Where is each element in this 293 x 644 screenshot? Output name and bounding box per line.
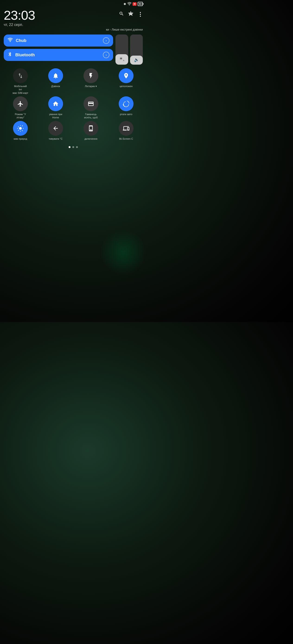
control-item-autorotate[interactable]: ртати авто xyxy=(109,96,143,119)
page-dot-1[interactable] xyxy=(69,146,71,148)
brightness-fill: ☀A xyxy=(115,54,128,65)
nature-circle xyxy=(13,121,28,136)
bluetooth-tile[interactable]: Bluetooth › xyxy=(4,49,113,61)
time-display: 23:03 xyxy=(4,9,35,22)
control-item-mobile-data[interactable]: Мобільний Інт має SIM-карт xyxy=(4,68,37,94)
control-item-airplane[interactable]: Режим "У літаку" xyxy=(4,96,37,119)
bluetooth-status-icon: ✱ xyxy=(124,2,126,6)
page-dots xyxy=(0,142,147,152)
bell-label: Дзвінок xyxy=(51,84,60,88)
time-block: 23:03 чт, 22 серп. xyxy=(4,9,35,27)
home-circle xyxy=(48,96,63,111)
control-item-flashlight[interactable]: Ліхтарик ▾ xyxy=(74,68,108,94)
quick-toggles-area: Chub › Bluetooth › ☀A 🔈 xyxy=(0,33,147,66)
deactivate-label: тивувати "С xyxy=(49,137,63,140)
background-glow xyxy=(100,229,147,276)
multiscreen-circle xyxy=(119,121,134,136)
volume-slider[interactable]: 🔈 xyxy=(130,34,143,65)
autorotate-label: ртати авто xyxy=(120,112,132,116)
sliders-area: ☀A 🔈 xyxy=(115,34,143,65)
bluetooth-chevron[interactable]: › xyxy=(103,52,109,58)
x-status-icon: ✕ xyxy=(133,2,137,6)
airplane-label: Режим "У літаку" xyxy=(15,112,26,119)
battery-indicator: 93 xyxy=(138,2,143,6)
header-actions: ⋮ xyxy=(119,9,143,18)
mobile-data-circle xyxy=(13,68,28,83)
disconnect-circle xyxy=(84,121,98,136)
page-dot-2[interactable] xyxy=(72,146,74,148)
multiscreen-label: Ilti-Screen С xyxy=(119,137,133,140)
flashlight-label: Ліхтарик ▾ xyxy=(85,84,97,88)
wifi-label: Chub xyxy=(16,38,100,43)
control-item-disconnect[interactable]: дключення xyxy=(74,121,108,140)
status-bar: ✱ ✕ 93 xyxy=(0,0,147,7)
mobile-data-label: Мобільний Інт має SIM-карт xyxy=(12,84,29,94)
wifi-chevron[interactable]: › xyxy=(103,37,109,44)
control-item-nature[interactable]: ким природ xyxy=(4,121,37,140)
wallet-label: Гаманець исніть, щоб xyxy=(84,112,98,119)
airplane-circle xyxy=(13,96,28,111)
status-icons: ✱ ✕ 93 xyxy=(124,2,143,6)
wifi-icon xyxy=(8,38,13,44)
search-icon[interactable] xyxy=(119,11,124,18)
brightness-icon: ☀A xyxy=(119,56,124,62)
wallet-circle xyxy=(84,96,98,111)
emergency-text: ки - Лише екстрені дзвінки xyxy=(0,28,147,33)
battery-level: 93 xyxy=(139,2,142,5)
settings-icon[interactable] xyxy=(128,11,133,18)
svg-rect-3 xyxy=(90,130,92,130)
control-item-home[interactable]: ування при Home xyxy=(39,96,72,119)
control-item-location[interactable]: цеположен xyxy=(109,68,143,94)
brightness-slider[interactable]: ☀A xyxy=(115,34,128,65)
control-item-deactivate[interactable]: тивувати "С xyxy=(39,121,72,140)
deactivate-circle xyxy=(48,121,63,136)
control-item-bell[interactable]: Дзвінок xyxy=(39,68,72,94)
bell-circle xyxy=(48,68,63,83)
wifi-tile[interactable]: Chub › xyxy=(4,34,113,46)
flashlight-circle xyxy=(84,68,98,83)
control-item-multiscreen[interactable]: Ilti-Screen С xyxy=(109,121,143,140)
svg-point-2 xyxy=(19,127,22,130)
control-item-wallet[interactable]: Гаманець исніть, щоб xyxy=(74,96,108,119)
bluetooth-tile-icon xyxy=(8,52,13,58)
home-label: ування при Home xyxy=(49,112,62,119)
time-header: 23:03 чт, 22 серп. ⋮ xyxy=(0,7,147,28)
more-options-icon[interactable]: ⋮ xyxy=(137,11,143,18)
autorotate-circle xyxy=(119,96,134,111)
page-dot-3[interactable] xyxy=(76,146,78,148)
location-circle xyxy=(119,68,134,83)
disconnect-label: дключення xyxy=(84,137,97,140)
location-label: цеположен xyxy=(120,84,133,88)
date-display: чт, 22 серп. xyxy=(4,23,35,27)
wifi-status-icon xyxy=(127,2,131,6)
bluetooth-label: Bluetooth xyxy=(15,52,100,58)
control-grid: Мобільний Інт має SIM-карт Дзвінок Ліхта… xyxy=(0,66,147,142)
nature-label: ким природ xyxy=(14,137,27,140)
volume-icon: 🔈 xyxy=(134,57,139,62)
network-tiles: Chub › Bluetooth › xyxy=(4,34,113,65)
volume-fill: 🔈 xyxy=(130,56,143,65)
